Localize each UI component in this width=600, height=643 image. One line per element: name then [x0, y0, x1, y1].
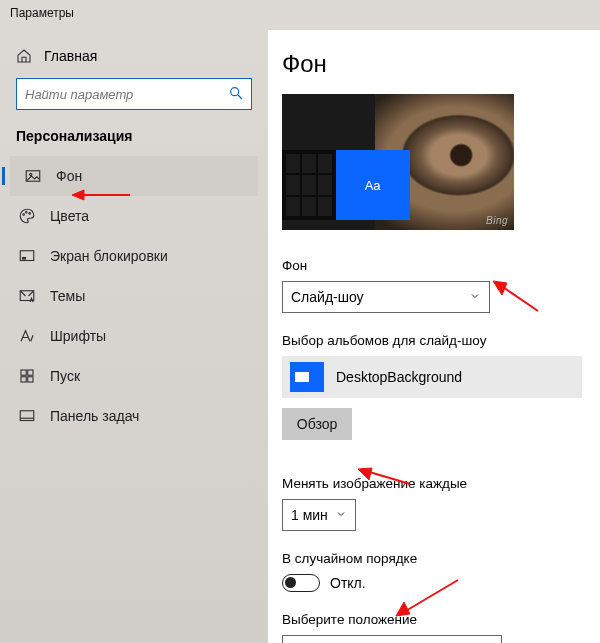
fit-select[interactable]: Заполнение — [282, 635, 502, 643]
svg-point-5 — [26, 212, 28, 214]
svg-rect-10 — [21, 370, 26, 375]
svg-line-1 — [238, 95, 242, 99]
preview-tile: Aa — [336, 150, 410, 220]
background-preview: Aa Bing — [282, 94, 514, 230]
sidebar-home[interactable]: Главная — [10, 40, 258, 78]
sidebar-home-label: Главная — [44, 48, 97, 64]
folder-icon — [290, 362, 324, 392]
svg-rect-13 — [28, 377, 33, 382]
search-icon — [228, 85, 244, 104]
interval-select-value: 1 мин — [291, 507, 328, 523]
svg-line-18 — [500, 285, 538, 311]
lockscreen-icon — [18, 247, 36, 265]
svg-point-4 — [23, 214, 25, 216]
svg-rect-8 — [23, 258, 26, 260]
svg-rect-12 — [21, 377, 26, 382]
album-field-label: Выбор альбомов для слайд-шоу — [282, 333, 580, 348]
album-row[interactable]: DesktopBackground — [282, 356, 582, 398]
main-content: Фон Aa Bing Фон Слайд-шоу Выбор ал — [268, 30, 600, 643]
image-icon — [24, 167, 42, 185]
sidebar-item-label: Пуск — [50, 368, 80, 384]
page-title: Фон — [282, 50, 580, 78]
sidebar-item-start[interactable]: Пуск — [10, 356, 258, 396]
svg-point-6 — [29, 213, 31, 215]
sidebar: Главная Персонализация Фон — [0, 30, 268, 643]
shuffle-state-label: Откл. — [330, 575, 366, 591]
sidebar-item-label: Экран блокировки — [50, 248, 168, 264]
sidebar-item-label: Цвета — [50, 208, 89, 224]
sidebar-item-themes[interactable]: Темы — [10, 276, 258, 316]
interval-field-label: Менять изображение каждые — [282, 476, 580, 491]
sidebar-item-lockscreen[interactable]: Экран блокировки — [10, 236, 258, 276]
svg-point-0 — [231, 88, 239, 96]
fit-field-label: Выберите положение — [282, 612, 580, 627]
browse-button[interactable]: Обзор — [282, 408, 352, 440]
sidebar-item-label: Панель задач — [50, 408, 139, 424]
interval-select[interactable]: 1 мин — [282, 499, 356, 531]
fonts-icon — [18, 327, 36, 345]
home-icon — [16, 48, 32, 64]
background-select[interactable]: Слайд-шоу — [282, 281, 490, 313]
sidebar-item-background[interactable]: Фон — [10, 156, 258, 196]
chevron-down-icon — [469, 289, 481, 305]
shuffle-field-label: В случайном порядке — [282, 551, 580, 566]
background-field-label: Фон — [282, 258, 580, 273]
sidebar-item-label: Фон — [56, 168, 82, 184]
themes-icon — [18, 287, 36, 305]
search-wrap — [16, 78, 252, 110]
palette-icon — [18, 207, 36, 225]
taskbar-icon — [18, 407, 36, 425]
sidebar-nav: Фон Цвета Экран блокировки — [10, 156, 258, 436]
chevron-down-icon — [335, 507, 347, 523]
sidebar-item-label: Шрифты — [50, 328, 106, 344]
svg-rect-14 — [20, 411, 34, 421]
start-icon — [18, 367, 36, 385]
sidebar-item-label: Темы — [50, 288, 85, 304]
window-title: Параметры — [0, 0, 600, 30]
shuffle-toggle[interactable] — [282, 574, 320, 592]
svg-marker-19 — [493, 281, 507, 295]
sidebar-section-title: Персонализация — [10, 128, 258, 156]
sidebar-item-taskbar[interactable]: Панель задач — [10, 396, 258, 436]
svg-rect-11 — [28, 370, 33, 375]
sidebar-item-fonts[interactable]: Шрифты — [10, 316, 258, 356]
album-name: DesktopBackground — [336, 369, 462, 385]
preview-brand: Bing — [486, 215, 508, 226]
search-input[interactable] — [16, 78, 252, 110]
background-select-value: Слайд-шоу — [291, 289, 364, 305]
sidebar-item-colors[interactable]: Цвета — [10, 196, 258, 236]
